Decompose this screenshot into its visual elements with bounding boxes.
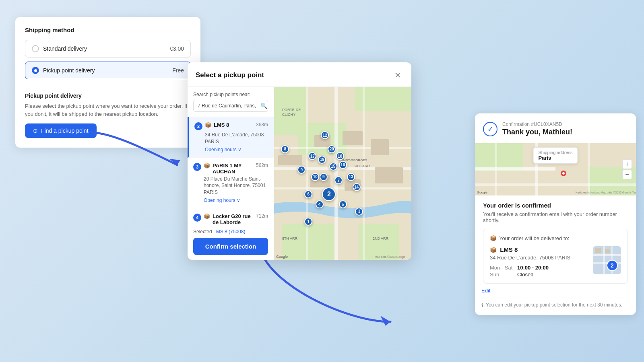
selected-info: Selected LMS 8 (75008) (193, 229, 268, 234)
map-marker-10: 10 (311, 173, 319, 181)
pickup-item-lms8[interactable]: 2 📦 LMS 8 368m 34 Rue De L'arcade, 75008… (188, 117, 274, 158)
pickup-address-2: 20 Place Du Marche Saint-honore, Saint H… (204, 176, 268, 196)
info-icon: ℹ (481, 302, 483, 309)
svg-rect-16 (278, 155, 302, 165)
hours-day-1: Mon - Sat (490, 265, 514, 271)
pickup-map: PORTE-DE- CLICHY SAINT-GEORGES 9TH ARR. … (274, 87, 411, 260)
pickup-name-3: Locker G20 rue de Laborde 75008 (213, 213, 254, 224)
svg-text:CLICHY: CLICHY (282, 113, 295, 117)
hours-time-2: Closed (517, 272, 588, 278)
svg-rect-46 (595, 248, 601, 253)
map-marker-2: 2 (322, 187, 336, 201)
search-section: Search pickup points near: 🔍 (188, 87, 274, 117)
svg-text:9TH ARR.: 9TH ARR. (355, 164, 371, 168)
pickup-dist-1: 368m (256, 122, 268, 128)
order-confirmed-section: Your order is confirmed You'll receive a… (475, 195, 636, 284)
confirm-selection-button[interactable]: Confirm selection (193, 238, 268, 255)
map-marker-5: 5 (339, 200, 347, 208)
modal-body: Search pickup points near: 🔍 2 📦 LMS 8 3… (188, 87, 411, 260)
svg-rect-19 (375, 167, 403, 183)
search-icon: 🔍 (260, 103, 267, 109)
map-marker-14: 14 (353, 183, 361, 191)
svg-rect-9 (274, 147, 411, 149)
standard-radio[interactable] (32, 45, 39, 52)
pickup-item-auchan[interactable]: 3 📦 PARIS 1 MY AUCHAN 562m 20 Place Du M… (188, 158, 274, 208)
pickup-name-1: LMS 8 (214, 122, 254, 128)
pickup-list-panel: Search pickup points near: 🔍 2 📦 LMS 8 3… (188, 87, 274, 260)
pickup-modal: Select a pickup point ✕ Search pickup po… (188, 62, 411, 260)
confirmation-id: Confirmation #UCL0XAN5D (502, 121, 628, 127)
svg-rect-12 (363, 87, 365, 260)
map-marker-16: 16 (339, 161, 347, 169)
pickup-item-g20[interactable]: 4 📦 Locker G20 rue de Laborde 75008 712m… (188, 208, 274, 224)
pickup-radio[interactable] (32, 67, 39, 74)
svg-rect-34 (588, 143, 590, 195)
map-popup-value: Paris (538, 155, 572, 161)
delivery-map-thumbnail: 2 (593, 246, 621, 274)
map-marker-num: 9 (297, 166, 305, 174)
pickup-num-2: 2 (194, 122, 202, 130)
zoom-out-button[interactable]: − (622, 170, 632, 179)
arrow-step-1 (80, 113, 193, 177)
map-marker-3: 3 (355, 208, 363, 216)
pickup-name-2: PARIS 1 MY AUCHAN (213, 162, 254, 175)
map-marker-9: 9 (320, 173, 328, 181)
map-zoom-controls: + − (622, 159, 632, 179)
svg-rect-11 (306, 87, 308, 260)
svg-text:Map data ©2023 Google: Map data ©2023 Google (375, 255, 405, 259)
map-marker-6: 6 (304, 190, 312, 198)
selected-label: Selected (193, 229, 212, 234)
map-marker-1: 1 (304, 218, 312, 226)
map-marker-15: 15 (329, 162, 337, 171)
location-icon: ⊙ (33, 128, 38, 134)
pickup-delivery-label: Pickup point delivery (43, 67, 95, 74)
svg-text:Keyboard shortcuts  Map data ©: Keyboard shortcuts Map data ©2023 Google… (576, 191, 636, 194)
check-icon: ✓ (483, 122, 497, 136)
pickup-num-4: 4 (193, 214, 201, 222)
search-input-wrap: 🔍 (193, 100, 268, 112)
edit-link[interactable]: Edit (475, 284, 636, 298)
map-marker-19: 19 (318, 156, 326, 164)
pickup-delivery-price: Free (172, 67, 184, 74)
map-marker-17: 17 (308, 152, 316, 160)
confirmation-thanks: Thank you, Mathieu! (502, 128, 628, 136)
delivery-title: 📦 Your order will be delivered to: (490, 235, 621, 241)
svg-rect-14 (343, 131, 363, 145)
store-icon-3: 📦 (204, 213, 210, 219)
order-confirmed-text: You'll receive a confirmation email with… (483, 211, 628, 223)
delivery-map-num: 2 (607, 260, 618, 271)
selected-link[interactable]: LMS 8 (75008) (213, 229, 245, 234)
hours-day-2: Sun (490, 272, 514, 278)
pickup-hours-2[interactable]: Opening hours ∨ (204, 197, 268, 203)
svg-point-40 (562, 172, 565, 175)
svg-text:Google: Google (276, 255, 288, 259)
search-input[interactable] (198, 103, 258, 109)
map-marker-20: 20 (328, 145, 336, 153)
pickup-hours-1[interactable]: Opening hours ∨ (205, 147, 268, 152)
delivery-hours: Mon - Sat 10:00 - 20:00 Sun Closed (490, 265, 588, 278)
zoom-in-button[interactable]: + (622, 159, 632, 169)
delivery-store-name: 📦 LMS 8 (490, 246, 588, 253)
confirmation-card: ✓ Confirmation #UCL0XAN5D Thank you, Mat… (475, 113, 636, 315)
confirmation-map: Google Keyboard shortcuts Map data ©2023… (475, 143, 636, 195)
order-confirmed-title: Your order is confirmed (483, 202, 628, 209)
modal-close-button[interactable]: ✕ (392, 70, 403, 81)
modal-footer: Selected LMS 8 (75008) Confirm selection (188, 224, 274, 260)
edit-note: ℹ You can edit your pickup point selecti… (475, 298, 636, 315)
delivery-box: 📦 Your order will be delivered to: 📦 LMS… (483, 229, 628, 284)
svg-rect-36 (495, 143, 497, 195)
standard-delivery-option[interactable]: Standard delivery €3.00 (25, 40, 191, 58)
edit-note-text: You can edit your pickup point selection… (486, 302, 622, 308)
svg-rect-47 (605, 249, 610, 253)
map-popup: Shipping address Paris (533, 147, 578, 164)
map-popup-label: Shipping address (538, 150, 572, 155)
svg-rect-10 (274, 187, 411, 189)
pickup-delivery-option[interactable]: Pickup point delivery Free (25, 62, 191, 79)
pickup-dist-3: 712m (256, 213, 268, 219)
delivery-store-address: 34 Rue De L'arcade, 75008 PARIS (490, 255, 588, 261)
svg-rect-7 (334, 87, 338, 260)
pickup-list: 2 📦 LMS 8 368m 34 Rue De L'arcade, 75008… (188, 117, 274, 224)
pickup-address-1: 34 Rue De L'arcade, 75008 PARIS (205, 132, 268, 145)
svg-rect-32 (475, 167, 555, 171)
pickup-info-title: Pickup point delivery (25, 93, 191, 99)
